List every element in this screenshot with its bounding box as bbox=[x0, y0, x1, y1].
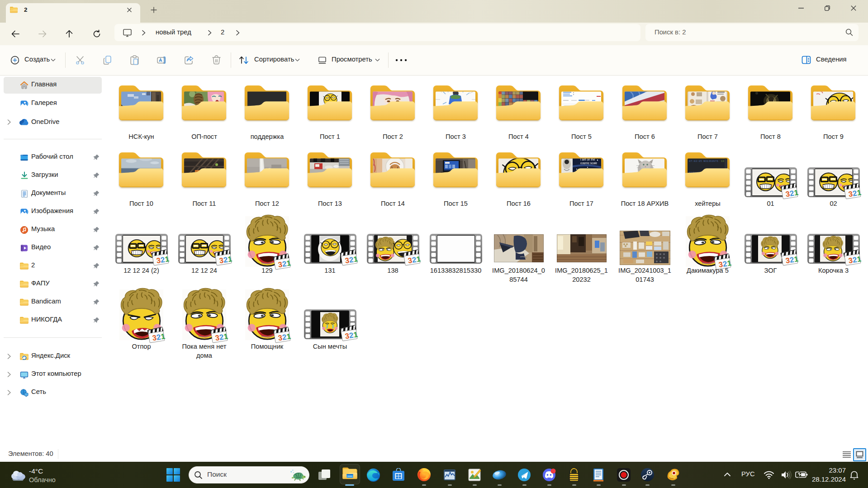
svg-text:13: 13 bbox=[721, 160, 725, 163]
svg-text:07:02:05 №31360976: 07:02:05 №31360976 bbox=[689, 160, 718, 163]
svg-text:cosmic scale: cosmic scale bbox=[580, 161, 598, 165]
